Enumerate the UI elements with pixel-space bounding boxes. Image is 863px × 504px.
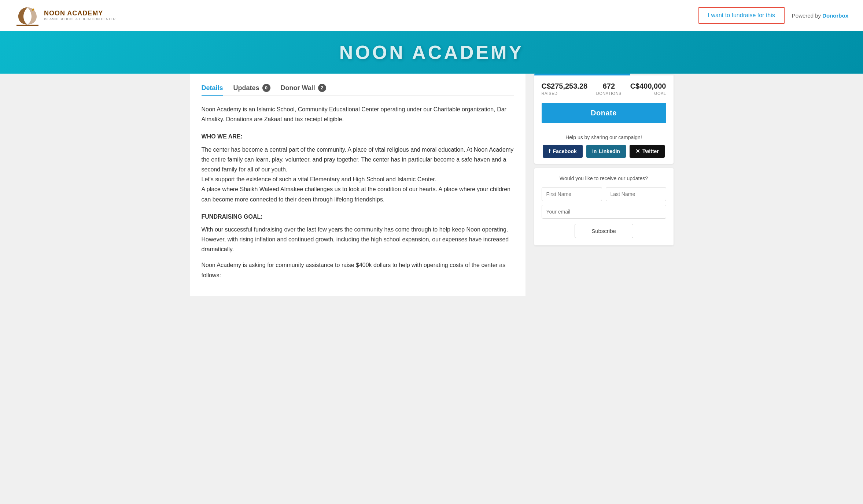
twitter-x-icon: ✕ — [635, 148, 640, 155]
fundraise-button[interactable]: I want to fundraise for this — [698, 7, 785, 24]
raised-value: C$275,253.28 — [542, 82, 588, 90]
goal-label: GOAL — [630, 91, 666, 96]
tab-donor-wall[interactable]: Donor Wall 2 — [281, 84, 326, 96]
share-title: Help us by sharing our campaign! — [542, 134, 666, 140]
name-row — [542, 187, 666, 201]
tabs: Details Updates 0 Donor Wall 2 — [202, 84, 514, 96]
section2-body: With our successful fundraising over the… — [202, 225, 514, 255]
donations-value: 672 — [596, 82, 622, 90]
facebook-share-button[interactable]: f Facebook — [543, 145, 583, 158]
donate-button[interactable]: Donate — [542, 103, 666, 123]
goal-value: C$400,000 — [630, 82, 666, 90]
share-buttons: f Facebook in LinkedIn ✕ Twitter — [542, 145, 666, 158]
subscribe-card: Would you like to receive our updates? S… — [534, 168, 674, 245]
section3-body: Noon Academy is asking for community ass… — [202, 260, 514, 280]
logo-sub: ISLAMIC SCHOOL & EDUCATION CENTER — [44, 17, 116, 21]
powered-by: Powered by Donorbox — [792, 12, 848, 19]
header: NOON ACADEMY ISLAMIC SCHOOL & EDUCATION … — [0, 0, 863, 31]
updates-badge: 0 — [262, 84, 270, 92]
last-name-input[interactable] — [606, 187, 666, 201]
facebook-icon: f — [549, 148, 550, 155]
email-input[interactable] — [542, 205, 666, 219]
raised-label: RAISED — [542, 91, 588, 96]
first-name-input[interactable] — [542, 187, 602, 201]
left-panel: Details Updates 0 Donor Wall 2 Noon Acad… — [190, 74, 525, 296]
donor-wall-badge: 2 — [318, 84, 326, 92]
logo-icon — [15, 4, 40, 26]
tab-details[interactable]: Details — [202, 84, 223, 96]
section2-title: FUNDRAISING GOAL: — [202, 212, 514, 222]
logo-name: NOON ACADEMY — [44, 10, 116, 17]
logo-area: NOON ACADEMY ISLAMIC SCHOOL & EDUCATION … — [15, 4, 116, 26]
section1-title: WHO WE ARE: — [202, 131, 514, 141]
logo-text: NOON ACADEMY ISLAMIC SCHOOL & EDUCATION … — [44, 10, 116, 21]
linkedin-share-button[interactable]: in LinkedIn — [586, 145, 626, 158]
right-panel: C$275,253.28 RAISED 672 DONATIONS C$400,… — [534, 74, 674, 245]
banner: NOON ACADEMY — [0, 31, 863, 74]
stats-card: C$275,253.28 RAISED 672 DONATIONS C$400,… — [534, 74, 674, 164]
donations-label: DONATIONS — [596, 91, 622, 96]
banner-title: NOON ACADEMY — [15, 41, 848, 63]
linkedin-icon: in — [592, 148, 597, 154]
body-text: Noon Academy is an Islamic School, Commu… — [202, 104, 514, 280]
twitter-share-button[interactable]: ✕ Twitter — [630, 145, 665, 158]
share-section: Help us by sharing our campaign! f Faceb… — [534, 129, 674, 164]
stats-row: C$275,253.28 RAISED 672 DONATIONS C$400,… — [534, 75, 674, 99]
section1-body: The center has become a central part of … — [202, 145, 514, 204]
tab-updates[interactable]: Updates 0 — [233, 84, 270, 96]
stat-goal: C$400,000 GOAL — [630, 82, 666, 96]
header-right: I want to fundraise for this Powered by … — [698, 7, 848, 24]
donorbox-link[interactable]: Donorbox — [822, 12, 848, 19]
stat-donations: 672 DONATIONS — [596, 82, 622, 96]
subscribe-title: Would you like to receive our updates? — [542, 175, 666, 181]
main-content: Details Updates 0 Donor Wall 2 Noon Acad… — [175, 74, 688, 311]
subscribe-button[interactable]: Subscribe — [575, 224, 633, 238]
stat-raised: C$275,253.28 RAISED — [542, 82, 588, 96]
intro-text: Noon Academy is an Islamic School, Commu… — [202, 104, 514, 124]
